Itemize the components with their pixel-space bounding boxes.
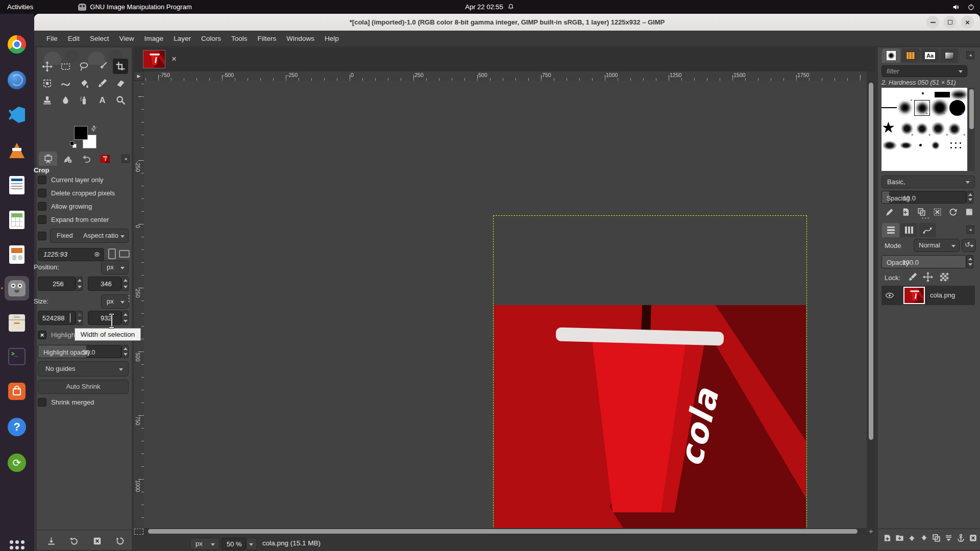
tab-undo-history[interactable] <box>78 152 96 166</box>
portrait-orientation-icon[interactable] <box>108 248 116 259</box>
menu-tools[interactable]: Tools <box>226 35 253 42</box>
brush-grid[interactable]: ★ + + + + + + + + <box>881 88 967 171</box>
new-layer-button[interactable] <box>882 533 892 543</box>
tab-device-status[interactable]: i <box>58 152 77 166</box>
new-group-button[interactable] <box>894 533 904 543</box>
maximize-button[interactable] <box>944 16 957 29</box>
delete-layer-button[interactable] <box>968 533 978 543</box>
default-colors-icon[interactable] <box>70 141 77 148</box>
image-tab[interactable] <box>143 50 165 68</box>
menu-view[interactable]: View <box>114 35 139 42</box>
ruler-corner-menu-button[interactable]: ▶ <box>134 71 144 81</box>
layer-thumbnail[interactable] <box>903 287 925 304</box>
raise-layer-button[interactable] <box>906 533 917 543</box>
opacity-spinner[interactable] <box>966 255 973 268</box>
menu-file[interactable]: File <box>41 35 63 42</box>
highlight-opacity-spinner[interactable] <box>121 345 129 358</box>
tab-image-thumbnail[interactable] <box>97 152 112 166</box>
vertical-scrollbar[interactable] <box>868 81 874 528</box>
size-unit-combo[interactable]: px <box>101 294 129 309</box>
horizontal-scrollbar[interactable] <box>144 528 867 535</box>
layer-visibility-eye-icon[interactable] <box>885 291 894 302</box>
panel-splitter-handle[interactable]: ••• <box>922 215 930 221</box>
statusbar-unit-combo[interactable]: px <box>190 538 219 550</box>
layer-mode-combo[interactable]: Normal <box>914 239 960 252</box>
lock-alpha-icon[interactable] <box>940 273 948 281</box>
size-width-field[interactable]: 524288 <box>38 311 76 325</box>
tool-airbrush[interactable] <box>76 92 91 108</box>
brush-preview[interactable] <box>900 103 910 113</box>
brush-preview[interactable] <box>881 107 897 108</box>
dock-item-app-grid[interactable] <box>5 535 29 551</box>
tool-move[interactable] <box>39 59 55 74</box>
brushes-menu-button[interactable]: ◂ <box>966 51 974 59</box>
new-brush-button[interactable] <box>900 206 911 217</box>
tool-zoom[interactable] <box>113 92 128 108</box>
navigation-button[interactable]: ✛ <box>868 529 874 535</box>
vertical-ruler[interactable]: -25002505007501000 <box>134 81 144 528</box>
dock-item-help[interactable]: ? <box>5 415 29 439</box>
close-button[interactable]: × <box>961 16 974 29</box>
menu-edit[interactable]: Edit <box>63 35 85 42</box>
brush-preview[interactable] <box>949 141 962 150</box>
aspect-ratio-field[interactable]: 1225:93 ⊗ <box>38 248 104 261</box>
delete-brush-button[interactable] <box>932 206 943 217</box>
menu-layer[interactable]: Layer <box>168 35 196 42</box>
delete-preset-button[interactable] <box>91 535 103 547</box>
tool-text[interactable]: A <box>94 92 110 108</box>
menu-filters[interactable]: Filters <box>252 35 281 42</box>
dock-item-vlc[interactable] <box>5 138 29 163</box>
focused-app-indicator[interactable]: GNU Image Manipulation Program <box>78 3 191 11</box>
dock-item-terminal[interactable]: >_ <box>5 344 29 369</box>
lock-position-icon[interactable] <box>923 272 933 284</box>
reset-preset-button[interactable] <box>114 535 126 547</box>
spacing-spinner[interactable] <box>966 191 973 204</box>
volume-icon[interactable] <box>952 3 960 11</box>
brush-preview[interactable] <box>919 144 922 146</box>
brush-filter-input[interactable]: filter <box>881 65 967 77</box>
layer-opacity-slider[interactable]: Opacity 100.0 <box>881 255 966 268</box>
tab-gradients[interactable] <box>940 48 959 63</box>
tool-unified-transform[interactable] <box>39 76 55 91</box>
brush-preview[interactable] <box>922 92 924 94</box>
tab-layers[interactable] <box>882 223 899 237</box>
menu-select[interactable]: Select <box>85 35 114 42</box>
refresh-brush-button[interactable] <box>947 206 959 217</box>
guides-combo[interactable]: No guides <box>38 361 129 377</box>
tool-free-select[interactable] <box>76 59 91 74</box>
lower-layer-button[interactable] <box>919 533 929 543</box>
position-unit-combo[interactable]: px <box>101 260 129 274</box>
activities-button[interactable]: Activities <box>7 3 33 11</box>
image-tab-close-icon[interactable]: ✕ <box>169 54 179 63</box>
tool-paintbrush[interactable] <box>94 76 110 91</box>
brush-grid-scrollbar[interactable] <box>968 88 975 171</box>
checkbox-allow-growing[interactable] <box>38 202 46 211</box>
tab-channels[interactable] <box>900 223 918 237</box>
size-width-spinner[interactable] <box>76 311 83 325</box>
dock-item-calc[interactable] <box>5 208 29 232</box>
highlight-opacity-slider[interactable]: Highlight opacity 50.0 <box>38 345 121 358</box>
tool-eraser[interactable] <box>113 76 128 91</box>
panel-menu-button[interactable]: ◂ <box>121 155 130 163</box>
tool-bucket-fill[interactable] <box>76 76 91 91</box>
checkbox-current-layer-only[interactable] <box>38 176 46 184</box>
anchor-layer-button[interactable] <box>955 533 966 543</box>
fixed-aspect-combo[interactable]: Fixed Aspect ratio <box>50 229 129 243</box>
brush-preview[interactable] <box>932 141 940 149</box>
position-x-spinner[interactable] <box>76 277 83 291</box>
dock-item-writer[interactable] <box>5 173 29 197</box>
brush-spacing-slider[interactable]: Spacing 10.0 <box>881 191 966 204</box>
highlight-checkbox[interactable]: × <box>38 331 46 339</box>
minimize-button[interactable] <box>926 16 939 29</box>
tool-rectangle-select[interactable] <box>58 59 73 74</box>
dock-item-settings[interactable]: ⟳ <box>5 450 29 475</box>
tab-brushes[interactable] <box>882 48 900 63</box>
tool-fuzzy-select[interactable] <box>94 59 110 74</box>
tool-crop[interactable] <box>113 59 128 74</box>
fixed-checkbox[interactable] <box>38 232 46 240</box>
brush-preview[interactable] <box>932 122 945 135</box>
landscape-orientation-icon[interactable] <box>119 250 130 258</box>
canvas-viewport[interactable]: cola <box>144 81 867 528</box>
tab-fonts[interactable]: Aa <box>921 48 939 63</box>
brush-preview[interactable] <box>948 123 961 135</box>
